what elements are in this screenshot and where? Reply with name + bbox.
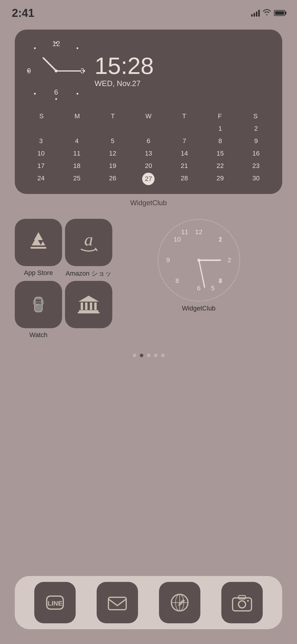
digital-time: 15:28 WED, Nov.27 xyxy=(95,54,154,88)
safari-app-icon[interactable] xyxy=(159,582,200,623)
svg-rect-12 xyxy=(85,302,87,310)
calendar-day: 16 xyxy=(239,148,273,159)
svg-marker-10 xyxy=(78,296,99,302)
analog-clock: 12 9 3 6 xyxy=(24,38,89,103)
widget-label: WidgetClub xyxy=(0,199,297,207)
calendar-day: 7 xyxy=(167,135,202,147)
amazon-icon[interactable]: a xyxy=(65,219,112,266)
bank-icon[interactable] xyxy=(65,281,112,328)
clock-widget-wrap[interactable]: 12 1 2 3 9 10 8 6 4 5 2 11 WidgetClub xyxy=(115,219,282,312)
svg-rect-11 xyxy=(81,302,83,310)
calendar-day: 14 xyxy=(167,148,202,159)
calendar-day: 9 xyxy=(239,135,273,147)
calendar-day: 13 xyxy=(131,148,166,159)
svg-rect-8 xyxy=(42,300,44,305)
calendar-day: 3 xyxy=(24,135,58,147)
calendar-header: S M T W T F S xyxy=(24,112,273,120)
svg-rect-15 xyxy=(79,310,98,312)
svg-rect-4 xyxy=(36,304,38,305)
calendar-day: 18 xyxy=(59,160,94,171)
status-bar: 2:41 xyxy=(0,0,297,21)
battery-icon xyxy=(274,10,285,16)
status-icons xyxy=(251,9,285,17)
svg-rect-26 xyxy=(233,598,251,611)
mail-app-icon[interactable] xyxy=(97,582,138,623)
status-time: 2:41 xyxy=(12,7,34,20)
svg-rect-14 xyxy=(94,302,97,310)
analog-clock-widget: 12 1 2 3 9 10 8 6 4 5 2 11 xyxy=(158,219,240,302)
date-display: WED, Nov.27 xyxy=(95,79,154,88)
calendar-day: 10 xyxy=(24,148,58,159)
svg-text:14:30: 14:30 xyxy=(35,300,42,303)
calendar-day: 28 xyxy=(167,173,202,185)
calendar-day: 6 xyxy=(131,135,166,147)
line-app-icon[interactable]: LINE xyxy=(34,582,76,623)
dock: LINE xyxy=(15,576,282,629)
page-dot xyxy=(147,354,150,357)
main-widget[interactable]: 12 9 3 6 15:28 WED, Nov.27 S M T W T F S… xyxy=(15,30,282,194)
calendar-day: 2 xyxy=(239,123,273,134)
watch-icon[interactable]: 14:30 xyxy=(15,281,62,328)
calendar-day: 21 xyxy=(167,160,202,171)
svg-text:LINE: LINE xyxy=(48,600,62,607)
watch-label: Watch xyxy=(29,331,48,339)
svg-rect-7 xyxy=(33,300,35,305)
page-dot xyxy=(133,354,136,357)
calendar-day: 8 xyxy=(203,135,237,147)
amazon-label: Amazon ショッ xyxy=(66,269,112,278)
app-store-icon-wrap[interactable]: App Store xyxy=(15,219,62,277)
watch-icon-wrap[interactable]: 14:30 Watch xyxy=(15,281,62,339)
bank-icon-wrap[interactable] xyxy=(65,281,112,331)
svg-rect-6 xyxy=(36,305,38,306)
clock-widget-label: WidgetClub xyxy=(182,305,216,312)
calendar-day: 22 xyxy=(203,160,237,171)
amazon-icon-wrap[interactable]: a Amazon ショッ xyxy=(65,219,112,278)
calendar-day: 19 xyxy=(95,160,130,171)
app-grid: App Store a Amazon ショッ 12 1 2 3 9 10 8 6… xyxy=(15,219,282,339)
calendar-day: 23 xyxy=(239,160,273,171)
svg-rect-5 xyxy=(38,304,39,305)
wifi-icon xyxy=(263,9,271,17)
calendar-day: 20 xyxy=(131,160,166,171)
calendar-day: 30 xyxy=(239,173,273,185)
svg-rect-20 xyxy=(108,597,126,610)
svg-rect-16 xyxy=(78,312,100,313)
svg-point-27 xyxy=(238,601,246,608)
page-dot xyxy=(140,354,143,357)
calendar-day: 26 xyxy=(95,173,130,185)
calendar-day: 12 xyxy=(95,148,130,159)
page-dot xyxy=(161,354,165,357)
app-store-label: App Store xyxy=(24,269,53,277)
calendar-day: 25 xyxy=(59,173,94,185)
clock-section: 12 9 3 6 15:28 WED, Nov.27 xyxy=(24,38,273,103)
calendar: S M T W T F S 12345678910111213141516171… xyxy=(24,112,273,185)
calendar-day: 1 xyxy=(203,123,237,134)
svg-text:a: a xyxy=(84,230,93,249)
camera-app-icon[interactable] xyxy=(221,582,263,623)
page-dots xyxy=(0,354,297,357)
calendar-day: 17 xyxy=(24,160,58,171)
calendar-grid: 1234567891011121314151617181920212223242… xyxy=(24,123,273,185)
app-store-icon[interactable] xyxy=(15,219,62,266)
signal-icon xyxy=(251,9,260,17)
page-dot xyxy=(154,354,158,357)
calendar-day: 5 xyxy=(95,135,130,147)
calendar-day: 15 xyxy=(203,148,237,159)
calendar-day: 27 xyxy=(142,173,155,185)
svg-point-29 xyxy=(247,600,249,602)
svg-rect-13 xyxy=(90,302,92,310)
calendar-day: 24 xyxy=(24,173,58,185)
svg-rect-0 xyxy=(30,247,46,249)
calendar-day: 11 xyxy=(59,148,94,159)
calendar-day: 29 xyxy=(203,173,237,185)
time-display: 15:28 xyxy=(95,54,154,78)
calendar-day: 4 xyxy=(59,135,94,147)
